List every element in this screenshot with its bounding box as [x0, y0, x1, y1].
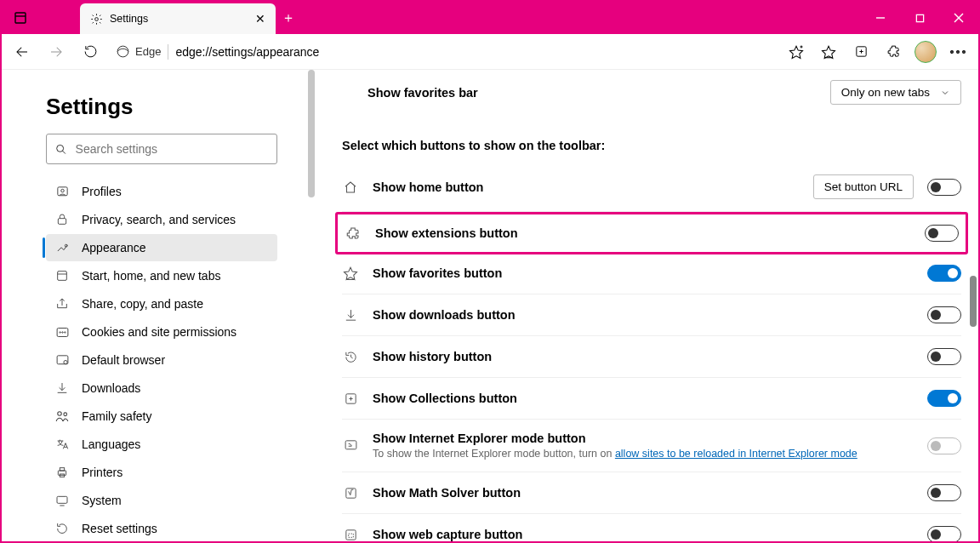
- back-button[interactable]: [7, 37, 37, 67]
- sidebar-item-default-browser[interactable]: Default browser: [46, 346, 277, 374]
- sidebar-item-label: System: [82, 494, 122, 507]
- profile-icon: [54, 184, 70, 199]
- minimize-button[interactable]: [861, 2, 900, 34]
- gear-icon: [90, 13, 103, 26]
- sidebar-item-reset[interactable]: Reset settings: [46, 515, 277, 541]
- search-input[interactable]: [76, 142, 268, 156]
- math-solver-toggle[interactable]: [927, 484, 961, 501]
- svg-point-38: [64, 413, 67, 416]
- svg-rect-42: [57, 496, 67, 503]
- profile-button[interactable]: [910, 37, 941, 67]
- favorites-bar-dropdown[interactable]: Only on new tabs: [830, 80, 961, 105]
- sidebar-item-family[interactable]: Family safety: [46, 403, 277, 430]
- svg-point-19: [957, 50, 960, 53]
- sidebar-item-privacy[interactable]: Privacy, search, and services: [46, 206, 277, 233]
- web-capture-toggle[interactable]: [927, 526, 961, 541]
- svg-point-9: [117, 46, 128, 57]
- sidebar-scrollbar[interactable]: [308, 70, 315, 541]
- download-icon: [342, 306, 359, 323]
- forward-button: [41, 37, 71, 67]
- address-bar[interactable]: Edge edge://settings/appearance: [116, 44, 778, 60]
- sidebar-item-label: Languages: [82, 437, 140, 451]
- ie-icon: [342, 437, 359, 454]
- svg-rect-39: [58, 471, 66, 475]
- favorites-bar-label: Show favorites bar: [342, 86, 478, 100]
- extensions-button-toggle[interactable]: [925, 225, 959, 242]
- sidebar-item-printers[interactable]: Printers: [46, 459, 277, 486]
- history-button-toggle[interactable]: [927, 348, 961, 365]
- svg-point-24: [60, 189, 64, 192]
- sidebar-item-downloads[interactable]: Downloads: [46, 374, 277, 402]
- favorites-button-toggle[interactable]: [927, 265, 961, 282]
- sidebar-item-cookies[interactable]: Cookies and site permissions: [46, 318, 277, 346]
- row-label: Show history button: [373, 350, 914, 363]
- row-label: Show Internet Explorer mode button To sh…: [373, 432, 914, 460]
- browser-icon: [54, 352, 70, 368]
- browser-tab[interactable]: Settings ✕: [80, 3, 276, 34]
- row-ie-mode-button: Show Internet Explorer mode button To sh…: [342, 420, 961, 472]
- svg-rect-55: [348, 534, 353, 537]
- sidebar-item-system[interactable]: System: [46, 487, 277, 514]
- svg-point-34: [63, 360, 66, 363]
- row-favorites-button: Show favorites button: [342, 253, 961, 294]
- svg-rect-0: [15, 13, 26, 23]
- sidebar-item-share[interactable]: Share, copy, and paste: [46, 290, 277, 317]
- search-settings-box[interactable]: [46, 134, 277, 164]
- reset-icon: [54, 521, 70, 536]
- row-web-capture-button: Show web capture button: [342, 514, 961, 541]
- downloads-button-toggle[interactable]: [927, 306, 961, 323]
- svg-rect-27: [58, 272, 67, 281]
- collections-button-toggle[interactable]: [927, 390, 961, 407]
- svg-rect-33: [57, 355, 68, 363]
- sidebar-item-label: Reset settings: [82, 522, 157, 535]
- close-window-button[interactable]: [939, 2, 978, 34]
- row-label: Show Math Solver button: [373, 486, 914, 500]
- row-favorites-bar: Show favorites bar Only on new tabs: [342, 70, 961, 120]
- favorites-button[interactable]: [813, 37, 844, 67]
- set-button-url-button[interactable]: Set button URL: [813, 174, 914, 199]
- svg-line-22: [62, 151, 65, 153]
- sidebar-item-start[interactable]: Start, home, and new tabs: [46, 262, 277, 289]
- sidebar-item-languages[interactable]: Languages: [46, 431, 277, 458]
- svg-marker-13: [823, 46, 835, 58]
- extensions-toolbar-button[interactable]: [878, 37, 909, 67]
- new-tab-button[interactable]: ＋: [276, 5, 301, 31]
- section-heading: Select which buttons to show on the tool…: [342, 120, 961, 163]
- row-math-solver-button: Show Math Solver button: [342, 472, 961, 514]
- svg-point-32: [64, 331, 65, 332]
- ie-mode-link[interactable]: allow sites to be reloaded in Internet E…: [615, 448, 858, 460]
- sidebar-item-appearance[interactable]: Appearance: [46, 234, 277, 261]
- svg-rect-40: [60, 468, 64, 471]
- collections-button[interactable]: [846, 37, 876, 67]
- highlighted-extensions-row: Show extensions button: [335, 212, 968, 254]
- history-icon: [342, 348, 359, 365]
- svg-marker-45: [345, 267, 357, 279]
- home-icon: [342, 179, 359, 196]
- close-tab-button[interactable]: ✕: [252, 10, 269, 27]
- puzzle-icon: [345, 225, 362, 242]
- tab-actions-button[interactable]: [2, 2, 39, 34]
- add-favorite-button[interactable]: [781, 37, 812, 67]
- maximize-button[interactable]: [900, 2, 939, 34]
- row-downloads-button: Show downloads button: [342, 294, 961, 336]
- site-identity[interactable]: Edge: [116, 44, 161, 59]
- svg-rect-29: [57, 328, 68, 336]
- row-label: Show downloads button: [373, 308, 914, 322]
- dropdown-value: Only on new tabs: [841, 86, 930, 99]
- avatar: [914, 41, 937, 63]
- menu-button[interactable]: [943, 37, 973, 67]
- printer-icon: [54, 465, 70, 480]
- row-extensions-button: Show extensions button: [341, 214, 962, 252]
- content-scrollbar[interactable]: [970, 276, 977, 327]
- sidebar-item-label: Share, copy, and paste: [82, 297, 203, 311]
- sidebar-item-label: Appearance: [82, 241, 146, 254]
- sidebar-item-profiles[interactable]: Profiles: [46, 178, 277, 205]
- search-icon: [55, 143, 67, 156]
- svg-rect-25: [58, 219, 66, 225]
- svg-rect-4: [916, 14, 923, 21]
- sidebar-item-label: Cookies and site permissions: [82, 325, 236, 339]
- sidebar-item-label: Family safety: [82, 409, 151, 423]
- refresh-button[interactable]: [75, 37, 105, 67]
- home-button-toggle[interactable]: [927, 179, 961, 196]
- row-label: Show home button: [373, 180, 800, 194]
